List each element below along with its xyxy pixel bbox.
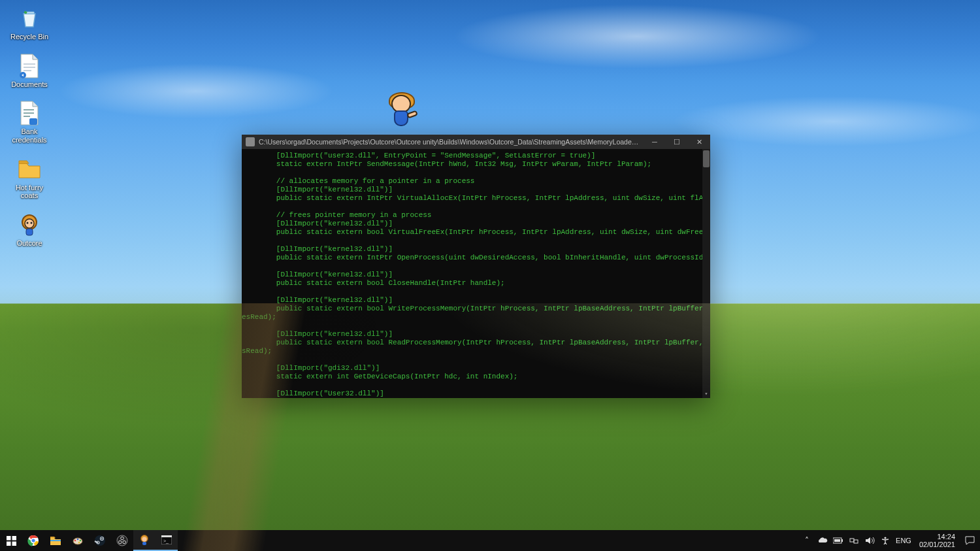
svg-rect-4	[24, 109, 34, 110]
svg-rect-12	[26, 229, 33, 235]
taskbar-paint[interactable]	[67, 530, 89, 551]
svg-rect-44	[854, 540, 858, 543]
outcore-character	[382, 93, 421, 133]
svg-rect-16	[12, 541, 16, 546]
svg-rect-7	[29, 118, 37, 125]
svg-rect-2	[24, 70, 31, 71]
tray-onedrive-icon[interactable]	[817, 535, 828, 546]
tray-action-center-icon[interactable]	[963, 530, 976, 551]
svg-point-25	[78, 542, 80, 544]
svg-rect-38	[161, 535, 172, 537]
tray-ease-of-access-icon[interactable]	[880, 535, 890, 546]
svg-rect-1	[24, 67, 35, 68]
desktop-icon-documents[interactable]: Documents	[5, 53, 54, 89]
svg-rect-13	[7, 536, 11, 541]
svg-point-24	[80, 540, 82, 542]
svg-point-35	[142, 537, 147, 542]
desktop[interactable]: Recycle Bin Documents Bank credentials H…	[0, 0, 980, 551]
scroll-down-icon[interactable]: ▾	[702, 390, 710, 398]
taskbar-outcore[interactable]	[133, 530, 155, 551]
text-file-icon	[16, 100, 42, 126]
desktop-icon-recycle-bin[interactable]: Recycle Bin	[5, 5, 54, 41]
desktop-icon-label: Hot furry coats	[16, 184, 43, 200]
maximize-button[interactable]: ☐	[666, 135, 688, 149]
desktop-icon-label: Recycle Bin	[10, 33, 48, 41]
recycle-bin-icon	[16, 5, 42, 31]
close-button[interactable]: ✕	[688, 135, 710, 149]
document-icon	[16, 53, 42, 79]
console-body[interactable]: [DllImport("user32.dll", EntryPoint = "S…	[242, 149, 710, 398]
minimize-button[interactable]: ─	[644, 135, 666, 149]
svg-point-28	[101, 538, 103, 539]
svg-rect-15	[7, 541, 11, 546]
tray-clock[interactable]: 14:24 02/01/2021	[917, 533, 958, 548]
console-window[interactable]: C:\Users\orgad\Documents\Projects\Outcor…	[242, 135, 710, 398]
folder-icon	[16, 156, 42, 182]
console-output: [DllImport("user32.dll", EntryPoint = "S…	[242, 152, 702, 398]
svg-point-19	[31, 539, 35, 543]
svg-rect-5	[24, 112, 34, 114]
tray-volume-icon[interactable]	[864, 535, 875, 546]
svg-text:>_: >_	[163, 539, 169, 544]
desktop-icon-label: Outcore	[16, 239, 42, 248]
taskbar-steam[interactable]	[89, 530, 111, 551]
svg-point-26	[95, 535, 105, 546]
svg-rect-6	[24, 116, 30, 117]
svg-rect-0	[24, 63, 35, 65]
svg-point-22	[74, 540, 76, 542]
outcore-icon	[16, 212, 42, 238]
start-button[interactable]	[0, 530, 22, 551]
svg-point-9	[25, 219, 34, 228]
tray-date: 02/01/2021	[919, 541, 955, 548]
window-controls: ─ ☐ ✕	[644, 135, 710, 149]
desktop-icon-outcore[interactable]: Outcore	[5, 212, 54, 248]
svg-point-45	[884, 537, 886, 539]
tray-network-icon[interactable]	[849, 535, 859, 546]
console-scrollbar[interactable]: ▾	[702, 149, 710, 398]
taskbar-file-explorer[interactable]	[44, 530, 67, 551]
taskbar-obs[interactable]	[111, 530, 133, 551]
svg-rect-42	[834, 539, 840, 542]
desktop-icon-label: Bank credentials	[12, 127, 46, 144]
taskbar-console[interactable]: >_	[155, 530, 178, 551]
console-titlebar[interactable]: C:\Users\orgad\Documents\Projects\Outcor…	[242, 135, 710, 149]
desktop-icon-label: Documents	[11, 80, 48, 89]
tray-chevron-up-icon[interactable]: ˄	[802, 535, 812, 546]
desktop-icon-hot-furry-coats[interactable]: Hot furry coats	[5, 156, 54, 200]
desktop-icons: Recycle Bin Documents Bank credentials H…	[5, 5, 54, 247]
taskbar[interactable]: >_ ˄ ENG 14:24 02/01/2021	[0, 530, 980, 551]
console-title: C:\Users\orgad\Documents\Projects\Outcor…	[259, 138, 644, 146]
tray-time: 14:24	[919, 533, 955, 541]
system-tray: ˄ ENG 14:24 02/01/2021	[798, 530, 980, 551]
svg-rect-20	[50, 540, 61, 541]
console-app-icon	[246, 137, 255, 146]
svg-rect-41	[841, 539, 843, 542]
tray-battery-icon[interactable]	[833, 535, 843, 546]
svg-point-23	[77, 539, 79, 541]
svg-rect-14	[12, 536, 16, 541]
svg-rect-36	[142, 542, 146, 545]
taskbar-chrome[interactable]	[22, 530, 44, 551]
svg-rect-43	[850, 539, 854, 542]
tray-language[interactable]: ENG	[896, 535, 911, 546]
svg-point-11	[31, 222, 33, 224]
scrollbar-thumb[interactable]	[703, 150, 710, 167]
desktop-icon-bank-credentials[interactable]: Bank credentials	[5, 100, 54, 144]
svg-point-10	[27, 222, 29, 224]
